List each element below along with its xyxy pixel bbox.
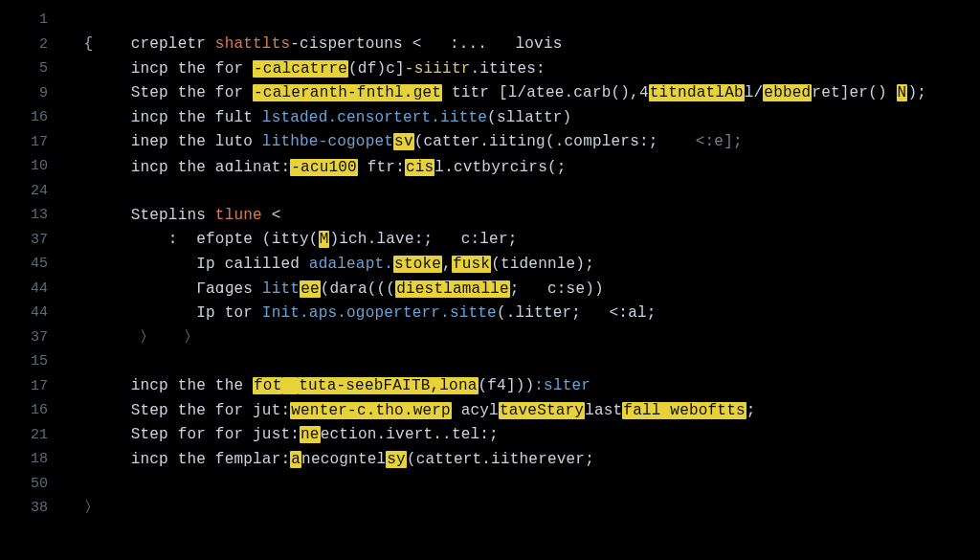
- search-match: titndatlAb: [649, 84, 745, 101]
- brace-open: {: [84, 35, 94, 53]
- line-number: 37: [0, 232, 65, 248]
- line-number: 45: [0, 256, 65, 272]
- brace-close: 〉: [84, 500, 100, 517]
- search-match: fall weboftts: [622, 402, 746, 419]
- line-number: 44: [0, 280, 65, 297]
- code-line[interactable]: 9 Step the for -caleranth-fnthl.get titr…: [0, 81, 980, 106]
- line-number: 5: [0, 60, 65, 77]
- line-number: 9: [0, 85, 65, 101]
- code-line[interactable]: 15: [0, 349, 980, 374]
- search-match: stoke: [393, 256, 442, 273]
- code-line[interactable]: 16 incp the fult lstaded.censortert.iitt…: [0, 105, 980, 130]
- line-number: 16: [0, 109, 65, 125]
- line-number: 18: [0, 451, 65, 467]
- code-line[interactable]: 2 { crepletr shattlts-cispertouns < :...…: [0, 33, 980, 57]
- line-number: 44: [0, 304, 65, 321]
- code-line[interactable]: 16 Step the for jut:wenter-c.tho.werp ac…: [0, 398, 980, 423]
- search-match: sv: [393, 133, 414, 150]
- line-number: 24: [0, 183, 65, 199]
- search-match: ee: [300, 280, 321, 298]
- code-line[interactable]: 17 inep the luto lithbe-cogopetsv(catter…: [0, 130, 980, 155]
- line-number: 17: [0, 378, 65, 394]
- line-number: 13: [0, 207, 65, 223]
- search-match: taveStary: [499, 402, 585, 419]
- line-number: 21: [0, 427, 65, 443]
- search-match: fot: [253, 377, 282, 394]
- search-match: [282, 377, 298, 394]
- search-match: a: [290, 451, 301, 468]
- code-line[interactable]: 1: [0, 8, 980, 33]
- search-match: fusk: [452, 256, 491, 273]
- code-line[interactable]: 17 incp the the fot tuta-seebFAITB,lona(…: [0, 374, 980, 399]
- search-match: -calcatrre: [253, 60, 348, 78]
- code-line[interactable]: 18 incp the femplar:anecogntelsy(cattert…: [0, 447, 980, 472]
- code-line[interactable]: 24: [0, 179, 980, 204]
- line-number: 16: [0, 402, 65, 418]
- code-line[interactable]: 10 incp the aɑlinat:-acu100 ftr:cisl.cvt…: [0, 154, 980, 179]
- search-match: ne: [300, 426, 321, 443]
- code-line[interactable]: 37 〉 〉: [0, 325, 980, 350]
- line-number: 38: [0, 500, 65, 516]
- line-number: 10: [0, 158, 65, 174]
- line-number: 2: [0, 36, 65, 53]
- code-editor[interactable]: 1 2 { crepletr shattlts-cispertouns < :.…: [0, 0, 980, 521]
- search-match: cis: [405, 159, 434, 176]
- code-line[interactable]: 13 Steplins tlune <: [0, 203, 980, 228]
- search-match: ebbed: [763, 84, 812, 101]
- search-match: sy: [386, 451, 407, 468]
- code-line[interactable]: 50: [0, 472, 980, 497]
- code-line[interactable]: 44 Γaɑɡes littee(dara(((diestlamalle; c:…: [0, 277, 980, 302]
- code-line[interactable]: 45 Ip calilled adaleapt.stoke,fusk(tiden…: [0, 252, 980, 277]
- code-line[interactable]: 21 Step for for just:neection.ivert..tel…: [0, 423, 980, 448]
- line-number: 15: [0, 353, 65, 370]
- search-match: tuta-seebFAITB,lona: [298, 377, 478, 394]
- code-line[interactable]: 37 : efopte (itty(M)ich.lave:; c:ler;: [0, 228, 980, 253]
- search-match: diestlamalle: [395, 280, 510, 298]
- line-number: 1: [0, 11, 65, 28]
- line-number: 37: [0, 329, 65, 346]
- line-number: 17: [0, 134, 65, 150]
- line-number: 50: [0, 476, 65, 492]
- search-match: wenter-c.tho.werp: [290, 402, 452, 419]
- code-line[interactable]: 5 incp the for -calcatrre(df)c]-siiitr.i…: [0, 56, 980, 81]
- brace-close: 〉 〉: [140, 329, 199, 347]
- code-line[interactable]: 38 〉: [0, 496, 980, 521]
- search-match: N: [897, 84, 908, 101]
- search-match: -acu100: [290, 159, 358, 176]
- search-match: M: [319, 231, 330, 248]
- code-line[interactable]: 44 Ip tor Init.aps.ogoperterr.sitte(.lit…: [0, 301, 980, 325]
- search-match: -caleranth-fnthl.get: [253, 84, 442, 101]
